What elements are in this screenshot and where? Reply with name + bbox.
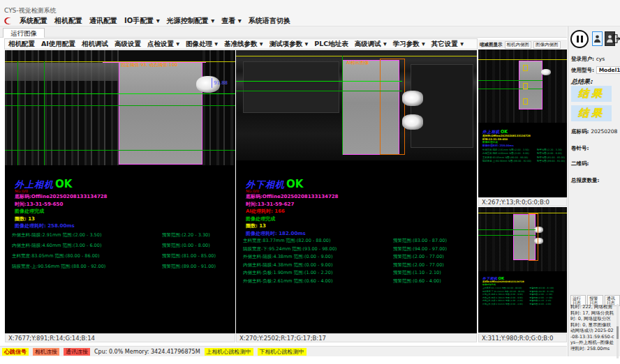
mid-result-block: 外下相机OK NG:0/0 底标码:Offline202502081331347… — [246, 177, 339, 237]
tool-advanced-settings[interactable]: 高级设置 — [115, 40, 141, 49]
right-top-coords-bar: X:267;Y:13;R:0;G:0;B:0 — [478, 197, 567, 206]
camera-label: 外上相机 — [15, 179, 54, 190]
model-value-box[interactable]: Model1 — [596, 66, 620, 74]
overlay-line — [236, 81, 402, 82]
measurement-warning: 预警范围:(2.00 - 77.00) — [530, 297, 553, 299]
login-user-row: 登录用户: cys — [571, 56, 605, 63]
measurement-row: 主料宽度:83.05mm 范围:(80.00 - 86.00)预警范围:(81.… — [482, 156, 566, 159]
measurement-row: 主料宽度:83.77mm 范围:(82.00 - 88.00)预警范围:(83.… — [243, 238, 447, 243]
measurement-row: 主料宽度:83.05mm 范围:(80.00 - 86.00)预警范围:(81.… — [12, 254, 216, 259]
menu-item-light-config[interactable]: 光源控制配置 ▾ — [167, 16, 215, 26]
pause-icon — [581, 36, 583, 43]
app-logo-icon — [3, 17, 13, 25]
measurement-warning: 预警范围:(2.00 - 77.00) — [530, 294, 553, 296]
menu-item-io-config[interactable]: IO手配置 ▾ — [124, 16, 160, 26]
exit-button[interactable] — [611, 31, 620, 46]
barcode-line: 底标码:Offline20250208133134728 — [15, 193, 108, 201]
menu-item-language[interactable]: 系统语言切换 — [249, 16, 290, 26]
measurement-text: 内侧主料-隔膜:4.38mm 范围:(0.00 - 9.00) — [482, 297, 530, 299]
machine-block — [411, 64, 473, 148]
measure-overlay-value: 91.88 — [214, 81, 228, 86]
menu-item-system-config[interactable]: 系统配置 — [20, 16, 47, 26]
heartbeat-badge: 心跳信号 — [2, 348, 29, 356]
measurement-warning: 预警范围:(1.10 - 2.10) — [530, 300, 552, 302]
measurement-text: 主料宽度:83.77mm 范围:(82.00 - 88.00) — [243, 238, 393, 243]
tool-camera-config[interactable]: 相机配置 — [8, 40, 35, 49]
overlay-line — [212, 78, 212, 88]
tool-ai-config[interactable]: AI使用配置 — [41, 40, 75, 49]
log-scrollbar-thumb[interactable] — [617, 326, 619, 339]
right-bottom-coords-bar: X:311;Y:980;R:0;G:0;B:0 — [478, 333, 567, 342]
overlay-line — [5, 150, 235, 151]
exit-door-icon — [612, 33, 620, 44]
right-top-image[interactable] — [478, 50, 567, 123]
measurement-warning: 预警范围:(83.00 - 87.00) — [530, 287, 554, 289]
tool-learning-params[interactable]: 学习参数 ▾ — [393, 40, 425, 49]
tool-advanced-debug[interactable]: 高级调试 ▾ — [355, 40, 387, 49]
tool-plc-address[interactable]: PLC地址表 — [314, 40, 348, 49]
right-view-tab-2[interactable]: 图像内侧图 — [533, 41, 561, 49]
marker-box — [523, 83, 528, 89]
measurement-row: 隔膜宽度-下:95.24mm 范围:(93.00 - 98.00)预警范围:(9… — [243, 247, 447, 252]
right-view-tab-1[interactable]: 相机内侧图 — [505, 41, 532, 49]
measurement-text: 隔膜宽度-下:95.24mm 范围:(93.00 - 98.00) — [243, 247, 393, 252]
tool-baseline-params[interactable]: 基准线参数 ▾ — [224, 40, 263, 49]
measurement-row: 主料宽度:83.77mm 范围:(82.00 - 88.00)预警范围:(83.… — [482, 287, 566, 289]
left-coords-bar: X:7677;Y:891;R:14;G:14;B:14 — [5, 333, 235, 342]
ai-time-line: AI处理耗时: 166 — [246, 208, 339, 215]
pause-button[interactable] — [570, 30, 589, 48]
right-top-text: 外上相机OK 底标码:Offline20250208133134728 时间:1… — [482, 128, 567, 197]
barcode-row: 底标码: 20250208 — [571, 128, 617, 135]
tab-run-image[interactable]: 运行图像 — [3, 28, 45, 38]
scrap-count-row: 总报废数量: — [571, 177, 600, 184]
right-views-title: 缩减图显示 — [480, 42, 503, 48]
mid-camera-panel: AI检出图像 外下相机OK NG:0/0 底标码:Offline20250208… — [236, 50, 477, 333]
measurement-warning: 预警范围:(2.00 - 77.00) — [393, 255, 444, 259]
measurement-warning: 预警范围:(1.10 - 2.10) — [393, 271, 441, 275]
lower-camera-heartbeat: 下相机心跳检测中 — [258, 348, 307, 356]
cpu-memory-text: Cpu: 0.0% Memory: 3424.41796875M — [94, 349, 200, 355]
login-user-value: cys — [596, 56, 605, 62]
status-ok: OK — [499, 276, 505, 280]
measurement-text: 内侧主料-负极:1.90mm 范围:(1.00 - 2.20) — [243, 271, 393, 275]
loops-line: 圈数: 13 — [15, 215, 108, 223]
tool-test-params[interactable]: 测试项参数 ▾ — [270, 40, 309, 49]
titlebar: CYS-视觉检测系统 — [0, 0, 620, 16]
measurement-text: 外侧主料-隔膜:4.38mm 范围:(0.00 - 9.00) — [243, 255, 393, 259]
right-bottom-panel: 外下相机OK 底标码:Offline20250208133134728 图像处理… — [478, 207, 567, 333]
measurement-row: 内侧主料-隔膜:4.60mm 范围:(3.00 - 6.00)预警范围:(0.0… — [482, 153, 566, 156]
measurement-row: 内侧主料-负极:1.90mm 范围:(1.00 - 2.20)预警范围:(1.1… — [482, 300, 566, 302]
model-row: 使用型号: Model1 — [571, 66, 620, 74]
menu-item-comm-config[interactable]: 通讯配置 — [89, 16, 117, 26]
elapsed-line: 图像处理耗时: 182.00ms — [246, 230, 339, 238]
measurement-text: 主料宽度:83.05mm 范围:(80.00 - 86.00) — [482, 156, 537, 159]
loops-line: 圈数: 13 — [246, 222, 339, 230]
measurement-warning: 预警范围:(83.00 - 87.00) — [393, 238, 447, 243]
menubar: 系统配置 相机配置 通讯配置 IO手配置 ▾ 光源控制配置 ▾ 查看 ▾ 系统语… — [0, 16, 620, 26]
login-user-label: 登录用户: — [571, 56, 594, 62]
log-text[interactable]: 耗时: 222, 网络检测耗时: 17, 网络分类耗时: 0, 网络提取分区耗时… — [570, 304, 615, 358]
measurement-row: 内侧主料-隔膜:4.38mm 范围:(0.00 - 9.00)预警范围:(2.0… — [243, 263, 447, 268]
elapsed-line: 图像处理耗时: 258.00ms — [15, 222, 108, 230]
marker-box — [523, 65, 528, 71]
right-top-panel: 外上相机OK 底标码:Offline20250208133134728 时间:1… — [478, 50, 567, 197]
measurement-warning: 预警范围:(89.00 - 91.00) — [162, 264, 216, 269]
machine-block — [243, 61, 339, 113]
menu-item-view[interactable]: 查看 ▾ — [221, 16, 242, 26]
user-login-button[interactable] — [592, 31, 603, 46]
overlay-line — [342, 56, 343, 155]
mid-camera-image[interactable]: AI检出图像 — [236, 50, 477, 160]
tool-image-processing[interactable]: 图像处理 ▾ — [186, 40, 218, 49]
tool-other-settings[interactable]: 其它设置 ▾ — [431, 40, 464, 49]
measurement-row: 内侧主料-隔膜:4.38mm 范围:(0.00 - 9.00)预警范围:(2.0… — [482, 297, 566, 299]
measurement-text: 外侧主料-隔膜:2.91mm 范围:(2.00 - 3.50) — [12, 233, 162, 238]
left-camera-image[interactable]: 固定阈值:93, 动态阈值:100 91.88 — [5, 50, 235, 165]
tool-spot-check[interactable]: 点检设置 ▾ — [147, 40, 179, 49]
measurement-warning: 预警范围:(2.00 - 77.00) — [393, 263, 444, 268]
measurement-warning: 预警范围:(0.60 - 4.00) — [393, 279, 441, 284]
left-measurements: 外侧主料-隔膜:2.91mm 范围:(2.00 - 3.50)预警范围:(2.2… — [12, 233, 216, 275]
menu-item-camera-config[interactable]: 相机配置 — [54, 16, 82, 26]
right-bottom-image[interactable] — [478, 207, 567, 271]
measurement-row: 内侧主料-隔膜:4.60mm 范围:(3.00 - 6.00)预警范围:(0.0… — [12, 243, 216, 248]
tool-camera-debug[interactable]: 相机调试 — [82, 40, 108, 49]
